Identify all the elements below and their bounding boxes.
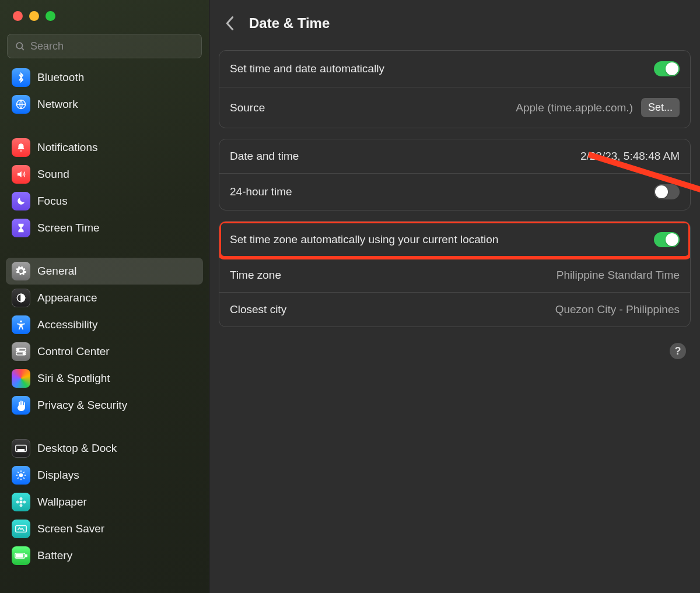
gear-icon xyxy=(12,262,30,280)
sidebar-item-label: Sound xyxy=(37,168,69,181)
sidebar-item-appearance[interactable]: Appearance xyxy=(6,285,203,311)
row-tz: Time zone Philippine Standard Time xyxy=(219,258,690,292)
sidebar-item-label: Control Center xyxy=(37,345,110,358)
sidebar-item-siri-spotlight[interactable]: Siri & Spotlight xyxy=(6,365,203,392)
svg-rect-28 xyxy=(16,554,23,557)
tz-label: Time zone xyxy=(230,269,281,282)
bell-icon xyxy=(12,138,30,157)
appearance-icon xyxy=(12,289,30,307)
sidebar-item-notifications[interactable]: Notifications xyxy=(6,134,203,161)
sidebar-item-label: Appearance xyxy=(37,292,97,304)
hourglass-icon xyxy=(12,219,30,237)
globe-icon xyxy=(12,95,30,114)
sidebar-item-label: Privacy & Security xyxy=(37,399,127,412)
sidebar-item-label: General xyxy=(37,265,77,278)
sun-icon xyxy=(12,466,30,485)
set-source-button[interactable]: Set... xyxy=(641,98,680,117)
svg-line-16 xyxy=(18,472,19,473)
page-title: Date & Time xyxy=(249,15,330,31)
svg-line-17 xyxy=(23,478,24,479)
svg-point-11 xyxy=(19,473,23,478)
screensaver-icon xyxy=(12,520,30,538)
siri-icon xyxy=(12,369,30,388)
sidebar-item-displays[interactable]: Displays xyxy=(6,462,203,489)
svg-rect-10 xyxy=(18,450,24,451)
sidebar-item-network[interactable]: Network xyxy=(6,91,203,118)
svg-line-19 xyxy=(18,478,19,479)
sidebar-item-label: Battery xyxy=(37,549,72,562)
flower-icon xyxy=(12,493,30,511)
sidebar-item-wallpaper[interactable]: Wallpaper xyxy=(6,489,203,515)
auto-time-label: Set time and date automatically xyxy=(230,62,384,75)
sidebar-item-label: Focus xyxy=(37,195,68,208)
auto-time-toggle[interactable] xyxy=(654,61,680,76)
main-pane: Date & Time Set time and date automatica… xyxy=(209,0,700,593)
dock-icon xyxy=(12,439,30,458)
search-field[interactable] xyxy=(7,34,202,58)
moon-icon xyxy=(12,192,30,210)
battery-icon xyxy=(12,546,30,565)
sidebar-item-control-center[interactable]: Control Center xyxy=(6,338,203,365)
sidebar-item-bluetooth[interactable]: Bluetooth xyxy=(6,64,203,91)
date-time-value: 2/28/23, 5:48:48 AM xyxy=(580,150,680,163)
sidebar-item-label: Network xyxy=(37,98,78,111)
svg-rect-27 xyxy=(26,555,27,556)
sidebar-item-sound[interactable]: Sound xyxy=(6,161,203,188)
help-button[interactable]: ? xyxy=(670,343,686,359)
minimize-window-button[interactable] xyxy=(29,11,39,21)
sidebar-item-general[interactable]: General xyxy=(6,258,203,285)
twentyfour-toggle[interactable] xyxy=(654,184,680,199)
sidebar-nav: Bluetooth Network Notifications Sound Fo… xyxy=(0,64,209,593)
tz-value: Philippine Standard Time xyxy=(556,269,680,282)
svg-point-20 xyxy=(20,501,23,504)
sidebar-item-label: Bluetooth xyxy=(37,71,84,84)
search-input[interactable] xyxy=(30,40,194,52)
panel-timezone: Set time zone automatically using your c… xyxy=(219,221,691,327)
auto-tz-toggle[interactable] xyxy=(654,232,680,247)
close-window-button[interactable] xyxy=(13,11,23,21)
sidebar-item-label: Siri & Spotlight xyxy=(37,372,110,385)
svg-point-21 xyxy=(20,497,23,500)
svg-point-0 xyxy=(16,43,22,48)
svg-point-6 xyxy=(17,349,19,350)
hand-icon xyxy=(12,396,30,415)
zoom-window-button[interactable] xyxy=(46,11,55,21)
panel-date-time: Date and time 2/28/23, 5:48:48 AM 24-hou… xyxy=(219,139,691,210)
sidebar-item-label: Accessibility xyxy=(37,318,97,331)
sidebar-item-desktop-dock[interactable]: Desktop & Dock xyxy=(6,435,203,462)
svg-point-24 xyxy=(23,501,26,504)
sidebar-item-privacy-security[interactable]: Privacy & Security xyxy=(6,392,203,419)
svg-point-23 xyxy=(16,501,19,504)
city-value: Quezon City - Philippines xyxy=(555,303,680,316)
sidebar-item-accessibility[interactable]: Accessibility xyxy=(6,311,203,338)
sidebar-item-focus[interactable]: Focus xyxy=(6,188,203,215)
sidebar: Bluetooth Network Notifications Sound Fo… xyxy=(0,0,209,593)
sidebar-item-label: Notifications xyxy=(37,141,98,154)
sidebar-item-battery[interactable]: Battery xyxy=(6,542,203,569)
date-time-label: Date and time xyxy=(230,150,299,163)
twentyfour-label: 24-hour time xyxy=(230,185,292,198)
source-label: Source xyxy=(230,101,265,114)
header: Date & Time xyxy=(219,0,691,50)
svg-point-22 xyxy=(20,504,23,507)
speaker-icon xyxy=(12,165,30,184)
panel-time-source: Set time and date automatically Source A… xyxy=(219,50,691,128)
sidebar-item-label: Displays xyxy=(37,469,79,482)
svg-line-18 xyxy=(23,472,24,473)
svg-line-1 xyxy=(22,48,24,50)
city-label: Closest city xyxy=(230,303,286,316)
row-24hour: 24-hour time xyxy=(219,173,690,210)
auto-tz-label: Set time zone automatically using your c… xyxy=(230,233,498,246)
row-city: Closest city Quezon City - Philippines xyxy=(219,292,690,327)
sidebar-item-screen-saver[interactable]: Screen Saver xyxy=(6,515,203,542)
svg-point-4 xyxy=(20,321,22,322)
sidebar-item-screen-time[interactable]: Screen Time xyxy=(6,215,203,241)
svg-point-8 xyxy=(23,353,24,355)
row-date-time: Date and time 2/28/23, 5:48:48 AM xyxy=(219,139,690,173)
switches-icon xyxy=(12,342,30,361)
traffic-lights xyxy=(0,0,209,21)
row-auto-time: Set time and date automatically xyxy=(219,51,690,87)
back-button[interactable] xyxy=(222,13,237,34)
help-icon: ? xyxy=(675,345,681,357)
search-icon xyxy=(15,41,26,52)
